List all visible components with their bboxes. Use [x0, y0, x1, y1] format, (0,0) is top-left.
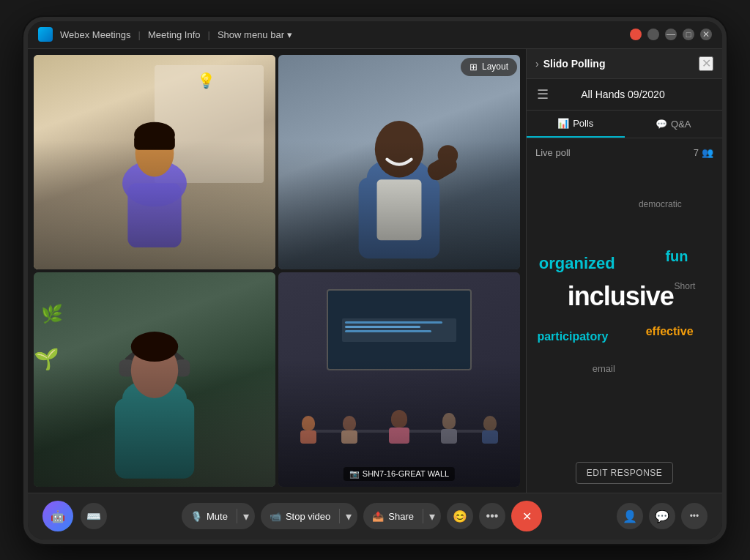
- more-options-right-button[interactable]: •••: [681, 503, 708, 529]
- word-organized: organized: [539, 254, 615, 273]
- zoom-icon[interactable]: [647, 29, 659, 40]
- close-button[interactable]: ✕: [700, 29, 712, 40]
- tab-polls[interactable]: 📊 Polls: [527, 111, 625, 138]
- participants-button[interactable]: 👤: [617, 503, 643, 529]
- mute-main-button[interactable]: 🎙️ Mute: [182, 503, 237, 529]
- toolbar-left: 🤖 ⌨️: [42, 501, 107, 531]
- meeting-info-link[interactable]: Meeting Info: [148, 29, 201, 40]
- chat-icon: ⌨️: [86, 509, 101, 523]
- reactions-icon: 😊: [453, 509, 467, 523]
- reactions-button[interactable]: 😊: [447, 503, 473, 529]
- tab-qa[interactable]: 💬 Q&A: [625, 111, 723, 138]
- slido-close-button[interactable]: ✕: [699, 56, 713, 71]
- mute-split-button: 🎙️ Mute ▾: [182, 503, 255, 529]
- record-button[interactable]: [630, 29, 642, 40]
- slido-tabs: 📊 Polls 💬 Q&A: [527, 111, 722, 138]
- end-call-icon: ✕: [522, 509, 532, 523]
- word-cloud: inclusive organized fun participatory: [535, 167, 713, 440]
- poll-label: Live poll: [535, 147, 571, 158]
- word-inclusive: inclusive: [568, 281, 674, 312]
- word-participatory: participatory: [537, 330, 608, 343]
- stop-video-main-button[interactable]: 📹 Stop video: [261, 503, 339, 529]
- layout-button[interactable]: ⊞ Layout: [461, 58, 517, 76]
- main-content: ⊞ Layout 💡: [28, 49, 722, 493]
- webex-logo: [38, 27, 53, 42]
- word-email: email: [593, 363, 615, 374]
- more-options-center-button[interactable]: •••: [479, 503, 505, 529]
- mute-arrow-button[interactable]: ▾: [237, 503, 255, 529]
- share-split-button: 📤 Share ▾: [363, 503, 441, 529]
- word-fun: fun: [665, 248, 688, 265]
- video-area: ⊞ Layout 💡: [28, 49, 526, 493]
- messages-button[interactable]: 💬: [649, 503, 675, 529]
- word-effective: effective: [646, 325, 694, 338]
- polls-icon: 📊: [557, 118, 569, 129]
- video-cell-2: [278, 55, 520, 269]
- minimize-button[interactable]: —: [665, 29, 677, 40]
- end-call-button[interactable]: ✕: [511, 501, 542, 531]
- word-democratic: democratic: [639, 199, 682, 209]
- ai-icon: 🤖: [51, 509, 65, 523]
- participants-icon: 👥: [702, 147, 713, 158]
- messages-icon: 💬: [655, 509, 669, 523]
- slido-title: Slido Polling: [543, 58, 606, 70]
- ai-assistant-button[interactable]: 🤖: [42, 501, 73, 531]
- share-arrow-button[interactable]: ▾: [423, 503, 441, 529]
- camera-icon: 📷: [349, 469, 360, 479]
- participants-icon: 👤: [623, 509, 637, 523]
- more-icon-center: •••: [486, 509, 499, 523]
- share-icon: 📤: [372, 511, 384, 522]
- hamburger-menu-icon[interactable]: ☰: [537, 86, 549, 102]
- video-grid: 💡: [34, 55, 520, 487]
- video-icon: 📹: [270, 511, 281, 522]
- app-title: Webex Meetings: [60, 29, 131, 40]
- tablet-frame: Webex Meetings | Meeting Info | Show men…: [23, 17, 727, 544]
- edit-response-button[interactable]: EDIT RESPONSE: [576, 462, 674, 484]
- bottom-toolbar: 🤖 ⌨️ 🎙️ Mute ▾ 📹 Stop video: [28, 493, 722, 540]
- maximize-button[interactable]: □: [683, 29, 694, 40]
- meeting-name: All Hands 09/2020: [581, 89, 664, 100]
- share-main-button[interactable]: 📤 Share: [363, 503, 423, 529]
- show-menu-bar[interactable]: Show menu bar ▾: [218, 29, 292, 40]
- word-short: Short: [675, 281, 696, 291]
- slido-chevron-icon: ›: [535, 58, 539, 70]
- stop-video-split-button: 📹 Stop video ▾: [261, 503, 357, 529]
- title-bar: Webex Meetings | Meeting Info | Show men…: [28, 21, 722, 49]
- poll-header: Live poll 7 👥: [535, 147, 713, 158]
- mute-icon: 🎙️: [190, 511, 202, 522]
- room-label: 📷 SHN7-16-GREAT WALL: [344, 467, 455, 481]
- layout-icon: ⊞: [469, 61, 478, 72]
- window-controls: — □ ✕: [630, 29, 712, 40]
- toolbar-right: 👤 💬 •••: [617, 503, 708, 529]
- poll-count: 7 👥: [694, 147, 713, 158]
- slido-panel: › Slido Polling ✕ ☰ All Hands 09/2020 📊 …: [526, 49, 722, 493]
- slido-header: › Slido Polling ✕: [527, 49, 722, 79]
- toolbar-center: 🎙️ Mute ▾ 📹 Stop video ▾ 📤 Share: [182, 501, 542, 531]
- stop-video-arrow-button[interactable]: ▾: [340, 503, 357, 529]
- video-cell-3: 🌿 🌱: [34, 272, 275, 487]
- slido-body: Live poll 7 👥 inclusive organized: [527, 138, 722, 493]
- video-cell-4: 📷 SHN7-16-GREAT WALL: [278, 272, 520, 487]
- chat-button[interactable]: ⌨️: [81, 503, 107, 529]
- slido-meeting-row: ☰ All Hands 09/2020: [527, 79, 722, 111]
- qa-icon: 💬: [656, 119, 667, 130]
- video-cell-1: 💡: [34, 55, 275, 269]
- more-icon-right: •••: [690, 511, 699, 521]
